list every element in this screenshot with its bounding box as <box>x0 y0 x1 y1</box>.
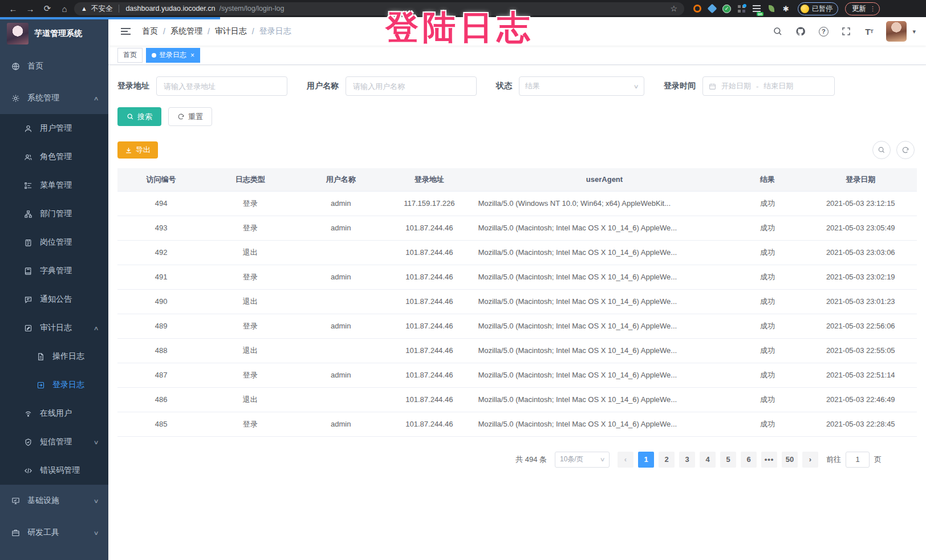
table-cell: 101.87.244.46 <box>386 289 472 314</box>
table-cell: 2021-05-03 22:46:49 <box>805 387 917 412</box>
sidebar-item-menu-tree[interactable]: 菜单管理 <box>0 171 108 200</box>
sidebar-item-gear[interactable]: 系统管理∧ <box>0 82 108 114</box>
sidebar-item-label: 登录日志 <box>52 380 84 390</box>
sidebar-item-org-tree[interactable]: 部门管理 <box>0 200 108 228</box>
sidebar-item-online[interactable]: 在线用户 <box>0 399 108 428</box>
table-row: 489登录admin101.87.244.46Mozilla/5.0 (Maci… <box>117 314 917 338</box>
sidebar-item-label: 错误码管理 <box>40 465 80 476</box>
breadcrumb-item[interactable]: 系统管理 <box>170 26 202 36</box>
sidebar-item-devtool[interactable]: 研发工具∨ <box>0 517 108 549</box>
status-select[interactable]: 结果 ∨ <box>519 76 644 96</box>
username-label: 用户名称 <box>307 81 339 91</box>
sidebar-item-badge[interactable]: 岗位管理 <box>0 228 108 257</box>
hamburger-icon[interactable] <box>119 26 133 37</box>
sidebar-item-code[interactable]: 错误码管理 <box>0 456 108 485</box>
back-icon[interactable]: ← <box>6 2 21 15</box>
user-avatar[interactable] <box>886 21 907 42</box>
profile-paused-pill[interactable]: 已暂停 <box>798 2 838 15</box>
extension-puzzle-icon[interactable]: ✱ <box>781 4 791 14</box>
extension-green-icon[interactable]: ✓ <box>722 4 732 14</box>
more-pages-ellipsis[interactable]: ••• <box>761 452 777 468</box>
column-header: 日志类型 <box>205 168 295 191</box>
sidebar-item-sms[interactable]: 短信管理∨ <box>0 428 108 456</box>
font-size-icon[interactable]: TT <box>863 26 875 37</box>
sidebar-item-login-log[interactable]: 登录日志 <box>0 371 108 399</box>
table-cell <box>295 289 386 314</box>
page-button-4[interactable]: 4 <box>700 452 716 468</box>
sidebar-item-label: 在线用户 <box>40 408 72 419</box>
help-icon[interactable]: ? <box>818 26 829 37</box>
goto-page-input[interactable] <box>846 452 870 468</box>
extension-orange-icon[interactable] <box>692 4 702 14</box>
url-divider <box>119 5 119 13</box>
reset-button[interactable]: 重置 <box>168 107 212 126</box>
breadcrumb-item[interactable]: 首页 <box>142 26 158 36</box>
address-input[interactable] <box>156 76 287 96</box>
page-size-select[interactable]: 10条/页 ∨ <box>555 452 610 468</box>
address-bar[interactable]: ▲ 不安全 dashboard.yudao.iocoder.cn/system/… <box>74 2 684 15</box>
github-icon[interactable] <box>795 26 806 37</box>
table-cell: 2021-05-03 23:05:49 <box>805 216 917 240</box>
table-cell: admin <box>295 191 386 216</box>
table-cell: 2021-05-03 23:03:06 <box>805 240 917 265</box>
sidebar-item-dashboard[interactable]: 首页 <box>0 50 108 82</box>
page-button-50[interactable]: 50 <box>782 452 798 468</box>
tab-登录日志[interactable]: 登录日志× <box>146 48 200 63</box>
pagination: 共 494 条 10条/页 ∨ ‹123456•••50› 前往 页 <box>117 452 917 468</box>
sidebar-item-dict[interactable]: 字典管理 <box>0 257 108 285</box>
toggle-search-button[interactable] <box>872 141 891 159</box>
online-icon <box>24 409 33 418</box>
sidebar-item-announce[interactable]: 通知公告 <box>0 285 108 314</box>
extension-list-on-icon[interactable]: on <box>752 4 761 14</box>
sidebar: 芋道管理系统 首页系统管理∧用户管理角色管理菜单管理部门管理岗位管理字典管理通知… <box>0 17 108 560</box>
chevron-down-icon[interactable]: ▾ <box>912 28 916 35</box>
page-button-5[interactable]: 5 <box>720 452 736 468</box>
browser-update-button[interactable]: 更新 ⋮ <box>845 2 880 15</box>
table-cell: 登录 <box>205 191 295 216</box>
table-row: 486退出101.87.244.46Mozilla/5.0 (Macintosh… <box>117 387 917 412</box>
bookmark-star-icon[interactable]: ☆ <box>670 4 677 13</box>
kebab-menu-icon[interactable]: ⋮ <box>870 5 876 13</box>
sidebar-item-label: 系统管理 <box>27 93 59 103</box>
extension-leaf-icon[interactable] <box>766 4 776 14</box>
username-input[interactable] <box>346 76 477 96</box>
table-cell: 登录 <box>205 265 295 289</box>
close-icon[interactable]: × <box>190 51 194 59</box>
fullscreen-icon[interactable] <box>840 26 852 37</box>
forward-icon[interactable]: → <box>23 2 38 15</box>
page-button-2[interactable]: 2 <box>659 452 675 468</box>
page-button-3[interactable]: 3 <box>679 452 695 468</box>
extension-gem-icon[interactable] <box>707 4 717 14</box>
page-button-1[interactable]: 1 <box>638 452 654 468</box>
update-label: 更新 <box>852 4 866 14</box>
sidebar-item-infra[interactable]: 基础设施∨ <box>0 485 108 517</box>
table-row: 485登录admin101.87.244.46Mozilla/5.0 (Maci… <box>117 412 917 436</box>
logo-row[interactable]: 芋道管理系统 <box>0 17 108 50</box>
export-button[interactable]: 导出 <box>117 141 158 159</box>
next-page-button[interactable]: › <box>802 452 818 468</box>
table-cell: 485 <box>117 412 205 436</box>
sms-icon <box>24 438 33 447</box>
user-icon <box>24 124 33 133</box>
reload-icon[interactable]: ⟳ <box>40 2 55 15</box>
page-button-6[interactable]: 6 <box>741 452 757 468</box>
prev-page-button[interactable]: ‹ <box>618 452 633 468</box>
sidebar-item-users[interactable]: 角色管理 <box>0 143 108 171</box>
refresh-table-button[interactable] <box>896 141 915 159</box>
dashboard-icon <box>11 62 20 71</box>
sidebar-item-audit[interactable]: 审计日志∧ <box>0 314 108 342</box>
search-icon[interactable] <box>772 26 783 37</box>
security-label[interactable]: 不安全 <box>91 4 113 14</box>
sidebar-item-label: 短信管理 <box>40 437 72 447</box>
search-button[interactable]: 搜索 <box>117 107 161 126</box>
sidebar-item-label: 角色管理 <box>40 152 72 162</box>
chevron-up-icon: ∧ <box>93 325 99 331</box>
sidebar-item-user[interactable]: 用户管理 <box>0 114 108 143</box>
table-cell: 登录 <box>205 314 295 338</box>
breadcrumb-item[interactable]: 审计日志 <box>215 26 247 36</box>
extension-grid-icon[interactable] <box>737 4 746 14</box>
tab-首页[interactable]: 首页 <box>117 48 143 63</box>
date-range-picker[interactable]: 开始日期 - 结束日期 <box>702 76 835 96</box>
home-icon[interactable]: ⌂ <box>57 2 72 15</box>
sidebar-item-doc[interactable]: 操作日志 <box>0 342 108 371</box>
